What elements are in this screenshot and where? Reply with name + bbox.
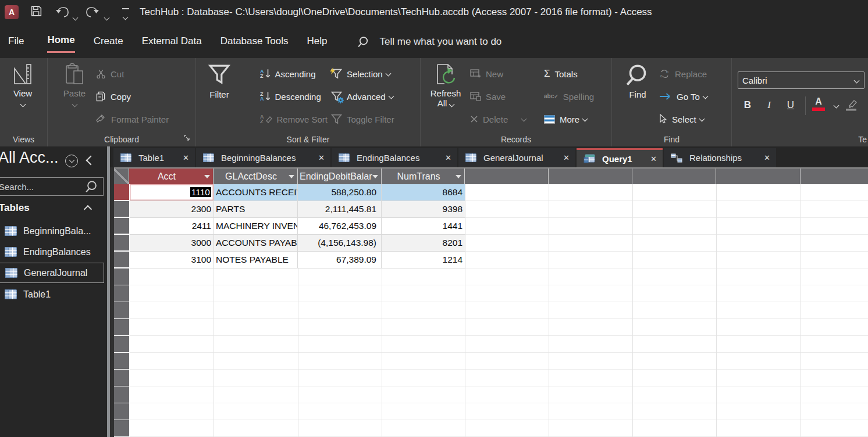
save-icon[interactable] xyxy=(30,5,42,17)
selection-button[interactable]: Selection xyxy=(331,66,390,81)
close-tab-icon[interactable]: ✕ xyxy=(318,153,325,162)
select-all-cell[interactable] xyxy=(114,169,129,184)
close-tab-icon[interactable]: ✕ xyxy=(650,155,657,163)
underline-button[interactable]: U xyxy=(783,96,798,114)
cell-glacctdesc[interactable]: PARTS xyxy=(214,201,298,218)
ascending-button[interactable]: AZ Ascending xyxy=(260,66,316,81)
record-selector-current[interactable] xyxy=(114,184,129,200)
menu-external-data[interactable]: External Data xyxy=(142,32,202,52)
record-selector[interactable] xyxy=(114,218,129,234)
italic-button[interactable]: I xyxy=(762,96,777,114)
tab-endingbalances[interactable]: EndingBalances ✕ xyxy=(332,148,457,167)
tab-query1[interactable]: Query1 ✕ xyxy=(577,148,663,167)
undo-dropdown-chevron[interactable] xyxy=(73,12,77,22)
column-header-acct[interactable]: Acct xyxy=(129,169,214,184)
sidebar-item-table1[interactable]: Table1 xyxy=(0,284,104,305)
copy-button[interactable]: Copy xyxy=(96,89,131,104)
sidebar-item-generaljournal[interactable]: GeneralJournal xyxy=(0,263,104,283)
record-selector[interactable] xyxy=(114,235,129,251)
cell-glacctdesc[interactable]: MACHINERY INVENTORY xyxy=(214,218,298,235)
tell-me-search[interactable]: Tell me what you want to do xyxy=(358,36,502,48)
cell-glacctdesc[interactable]: NOTES PAYABLE xyxy=(214,252,298,268)
font-name-select[interactable]: Calibri xyxy=(738,71,865,89)
close-tab-icon[interactable]: ✕ xyxy=(183,153,189,162)
cell-acct[interactable]: 2411 xyxy=(130,218,214,235)
view-button[interactable]: View xyxy=(5,63,41,109)
bold-button[interactable]: B xyxy=(740,96,755,114)
record-selector[interactable] xyxy=(114,201,129,217)
menu-home[interactable]: Home xyxy=(47,31,74,53)
cell-glacctdesc[interactable]: ACCOUNTS PAYABLE xyxy=(214,235,298,252)
column-header-numtrans[interactable]: NumTrans xyxy=(382,169,465,184)
sidebar-item-beginningbalances[interactable]: BeginningBala... xyxy=(0,221,104,241)
menu-help[interactable]: Help xyxy=(307,32,328,52)
descending-button[interactable]: ZA Descending xyxy=(260,89,321,104)
paste-button[interactable]: Paste xyxy=(56,63,93,109)
totals-button[interactable]: Totals xyxy=(544,66,578,81)
menu-file[interactable]: File xyxy=(8,32,24,52)
clipboard-dialog-launcher-icon[interactable] xyxy=(184,135,191,142)
access-app-icon[interactable] xyxy=(5,5,19,19)
refresh-all-button[interactable]: Refresh All xyxy=(426,63,465,108)
find-button[interactable]: Find xyxy=(620,63,655,99)
cell-debit[interactable]: 67,389.09 xyxy=(298,252,382,268)
close-tab-icon[interactable]: ✕ xyxy=(764,153,770,162)
toggle-filter-button[interactable]: Toggle Filter xyxy=(331,112,394,127)
nav-pane-menu-icon[interactable] xyxy=(65,155,78,167)
select-button[interactable]: Select xyxy=(659,112,704,127)
menu-create[interactable]: Create xyxy=(94,32,123,52)
nav-pane-collapse-icon[interactable] xyxy=(86,156,96,166)
tab-relationships[interactable]: Relationships ✕ xyxy=(664,148,776,167)
nav-section-tables[interactable]: Tables xyxy=(0,202,104,214)
cell-debit[interactable]: 46,762,453.09 xyxy=(298,218,382,235)
close-tab-icon[interactable]: ✕ xyxy=(445,153,451,162)
replace-button[interactable]: bc Replace xyxy=(659,66,707,81)
close-tab-icon[interactable]: ✕ xyxy=(563,153,570,162)
filter-arrow-icon[interactable] xyxy=(372,175,378,178)
customize-quick-access-toolbar-icon[interactable] xyxy=(122,8,129,22)
tab-table1[interactable]: Table1 ✕ xyxy=(113,148,195,167)
tab-generaljournal[interactable]: GeneralJournal ✕ xyxy=(458,148,575,167)
sidebar-item-endingbalances[interactable]: EndingBalances xyxy=(0,242,104,262)
cell-numtrans[interactable]: 8684 xyxy=(382,184,465,201)
undo-icon[interactable] xyxy=(55,5,70,19)
nav-search-box[interactable]: Search... xyxy=(0,177,104,196)
cell-numtrans[interactable]: 8201 xyxy=(382,235,465,252)
highlight-color-button[interactable] xyxy=(844,96,859,114)
filter-arrow-icon[interactable] xyxy=(204,175,210,178)
font-color-dropdown-chevron[interactable] xyxy=(828,96,844,114)
cell-glacctdesc[interactable]: ACCOUNTS RECEIVABLE xyxy=(214,184,298,201)
filter-button[interactable]: Filter xyxy=(202,63,237,99)
column-header-endingdebitbalance[interactable]: EndingDebitBalance xyxy=(298,169,382,184)
cell-acct[interactable]: 3100 xyxy=(130,252,214,268)
cell-acct-active[interactable]: 1110 xyxy=(130,184,214,201)
cell-acct[interactable]: 3000 xyxy=(130,235,214,252)
spelling-button[interactable]: Spelling xyxy=(544,89,594,104)
redo-dropdown-chevron[interactable] xyxy=(105,12,109,22)
font-color-button[interactable]: A xyxy=(811,96,826,111)
cell-acct[interactable]: 2300 xyxy=(130,201,214,218)
cell-numtrans[interactable]: 1214 xyxy=(382,252,465,268)
new-record-button[interactable]: New xyxy=(470,66,503,81)
cell-numtrans[interactable]: 1441 xyxy=(382,218,465,235)
cell-debit[interactable]: 2,111,445.81 xyxy=(298,201,382,218)
go-to-button[interactable]: Go To xyxy=(659,89,707,104)
filter-arrow-icon[interactable] xyxy=(289,175,294,178)
cell-debit[interactable]: 588,250.80 xyxy=(298,184,382,201)
cut-button[interactable]: Cut xyxy=(96,66,124,81)
save-record-button[interactable]: Save xyxy=(470,89,506,104)
remove-sort-button[interactable]: AZ Remove Sort xyxy=(260,112,328,127)
format-painter-button[interactable]: Format Painter xyxy=(96,112,169,127)
menu-database-tools[interactable]: Database Tools xyxy=(220,32,289,52)
advanced-filter-button[interactable]: Advanced xyxy=(331,89,393,104)
delete-record-button[interactable]: Delete xyxy=(470,112,526,127)
cell-numtrans[interactable]: 9398 xyxy=(382,201,465,218)
pane-splitter[interactable] xyxy=(110,167,114,437)
cell-debit[interactable]: (4,156,143.98) xyxy=(298,235,382,252)
more-button[interactable]: More xyxy=(544,112,587,127)
filter-arrow-icon[interactable] xyxy=(456,175,461,178)
tab-beginningbalances[interactable]: BeginningBalances ✕ xyxy=(196,148,330,167)
column-header-glacctdesc[interactable]: GLAcctDesc xyxy=(214,169,298,184)
record-selector[interactable] xyxy=(114,252,129,268)
redo-icon[interactable] xyxy=(85,5,100,19)
